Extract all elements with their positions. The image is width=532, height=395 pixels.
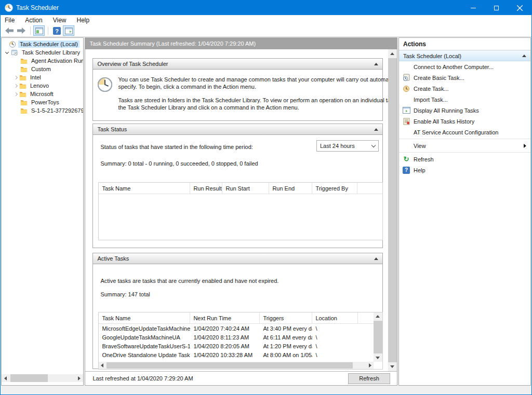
tree-horizontal-scrollbar[interactable] (2, 374, 83, 382)
overview-section-header[interactable]: Overview of Task Scheduler (93, 59, 382, 70)
tree-item-microsoft[interactable]: Microsoft (2, 90, 83, 98)
folder-icon (19, 91, 26, 98)
tree-item-agent-activation[interactable]: Agent Activation Runt (2, 57, 83, 65)
collapse-icon[interactable] (374, 128, 378, 131)
chevron-right-icon[interactable] (14, 92, 18, 96)
collapse-icon[interactable] (522, 55, 526, 57)
table-row[interactable]: OneDrive Standalone Update Task-... 1/04… (99, 350, 374, 359)
column-header-task-name[interactable]: Task Name (99, 183, 190, 194)
library-icon (11, 49, 18, 56)
table-horizontal-scrollbar[interactable] (99, 362, 374, 369)
minimize-button[interactable] (461, 1, 485, 15)
menu-bar: File Action View Help (1, 15, 531, 25)
chevron-right-icon[interactable] (14, 84, 18, 87)
column-header-run-result[interactable]: Run Result (190, 183, 222, 194)
task-status-summary: Summary: 0 total - 0 running, 0 succeede… (100, 160, 258, 167)
action-connect-to-another-computer[interactable]: Connect to Another Computer... (399, 61, 530, 72)
show-action-pane-button[interactable] (63, 25, 74, 36)
scrollbar-thumb[interactable] (388, 58, 397, 362)
tree-item-sid[interactable]: S-1-5-21-3772926790- (2, 106, 83, 115)
actions-panel: Actions Task Scheduler (Local) Connect t… (398, 37, 531, 386)
last-refreshed-text: Last refreshed at 1/04/2020 7:29:20 AM (92, 375, 193, 382)
help-button[interactable]: ? (51, 25, 62, 36)
column-header-triggers[interactable]: Triggers (260, 312, 312, 323)
chevron-down-icon (371, 143, 376, 147)
refresh-button[interactable]: Refresh (348, 373, 390, 384)
column-header-location[interactable]: Location (312, 312, 358, 323)
tasks-history-icon (403, 118, 410, 125)
action-display-all-running-tasks[interactable]: Display All Running Tasks (399, 105, 530, 116)
scroll-up-icon[interactable] (376, 315, 380, 318)
scrollbar-thumb[interactable] (374, 321, 382, 353)
chevron-down-icon[interactable] (5, 50, 9, 53)
scroll-left-icon[interactable] (4, 376, 7, 380)
time-period-label: Status of tasks that have started in the… (100, 144, 253, 150)
active-tasks-section-header[interactable]: Active Tasks (93, 253, 382, 264)
close-button[interactable] (508, 1, 531, 15)
summary-header: Task Scheduler Summary (Last refreshed: … (85, 38, 397, 49)
tree-item-intel[interactable]: Intel (2, 73, 83, 81)
help-icon: ? (403, 167, 410, 174)
scroll-right-icon[interactable] (369, 363, 371, 367)
menu-action[interactable]: Action (25, 16, 47, 25)
folder-icon (19, 83, 26, 89)
scroll-left-icon[interactable] (101, 363, 103, 367)
maximize-button[interactable] (485, 1, 508, 15)
folder-icon (19, 74, 26, 81)
back-arrow-icon (5, 28, 14, 34)
scrollbar-thumb[interactable] (107, 362, 353, 369)
active-tasks-table: Task Name Next Run Time Triggers Locatio… (98, 312, 383, 370)
collapse-icon[interactable] (374, 63, 378, 65)
tree-item-library[interactable]: Task Scheduler Library (2, 48, 83, 57)
scrollbar-thumb[interactable] (10, 374, 48, 382)
column-header-next-run-time[interactable]: Next Run Time (190, 312, 260, 323)
minimize-icon (471, 8, 476, 8)
table-vertical-scrollbar[interactable] (374, 312, 382, 362)
console-tree-panel: Task Scheduler (Local) Task Scheduler Li… (1, 37, 84, 386)
tree-item-lenovo[interactable]: Lenovo (2, 81, 83, 90)
tree-item-powertoys[interactable]: PowerToys (2, 98, 83, 106)
time-period-dropdown[interactable]: Last 24 hours (316, 140, 379, 152)
scroll-down-icon[interactable] (376, 357, 380, 359)
table-row[interactable]: MicrosoftEdgeUpdateTaskMachine... 1/04/2… (99, 324, 374, 333)
collapse-icon[interactable] (374, 257, 378, 260)
folder-icon (20, 107, 28, 114)
column-header-run-start[interactable]: Run Start (222, 183, 269, 194)
menu-help[interactable]: Help (77, 16, 95, 25)
scroll-up-icon[interactable] (390, 52, 394, 55)
action-refresh[interactable]: ↻ Refresh (399, 154, 530, 165)
toolbar-separator (30, 26, 31, 35)
actions-group-header[interactable]: Task Scheduler (Local) (399, 50, 530, 61)
column-header-task-name[interactable]: Task Name (99, 312, 190, 323)
action-pane-icon (65, 28, 73, 34)
forward-button[interactable] (16, 25, 27, 36)
active-tasks-section: Active Tasks Active tasks are tasks that… (92, 253, 383, 369)
back-button[interactable] (4, 25, 15, 36)
action-create-basic-task[interactable]: Create Basic Task... (399, 72, 530, 83)
menu-view[interactable]: View (53, 16, 72, 25)
tree-item-custom[interactable]: Custom (2, 65, 83, 73)
action-enable-all-tasks-history[interactable]: Enable All Tasks History (399, 116, 530, 127)
action-view[interactable]: View (399, 140, 530, 151)
menu-file[interactable]: File (5, 16, 20, 25)
summary-vertical-scrollbar[interactable] (388, 49, 397, 371)
column-header-run-end[interactable]: Run End (269, 183, 312, 194)
maximize-icon (494, 6, 499, 10)
action-create-task[interactable]: Create Task... (399, 83, 530, 94)
tree-item-task-scheduler-local[interactable]: Task Scheduler (Local) (2, 40, 83, 48)
chevron-right-icon[interactable] (14, 75, 18, 79)
action-import-task[interactable]: Import Task... (399, 94, 530, 105)
column-header-triggered-by[interactable]: Triggered By (312, 183, 357, 194)
display-running-tasks-icon (403, 107, 410, 114)
create-basic-task-icon (403, 74, 410, 81)
overview-clock-icon (97, 77, 113, 92)
scroll-down-icon[interactable] (390, 365, 394, 368)
task-status-section-header[interactable]: Task Status (93, 124, 382, 135)
scroll-right-icon[interactable] (78, 376, 81, 380)
task-scheduler-window: Task Scheduler File Action View Help (0, 0, 532, 395)
action-at-service-account-configuration[interactable]: AT Service Account Configuration (399, 127, 530, 138)
table-row[interactable]: BraveSoftwareUpdateTaskUserS-1-... 1/04/… (99, 342, 374, 350)
action-help[interactable]: ? Help (399, 165, 530, 175)
show-console-tree-button[interactable] (33, 25, 45, 36)
table-row[interactable]: GoogleUpdateTaskMachineUA 1/04/2020 8:11… (99, 333, 374, 342)
